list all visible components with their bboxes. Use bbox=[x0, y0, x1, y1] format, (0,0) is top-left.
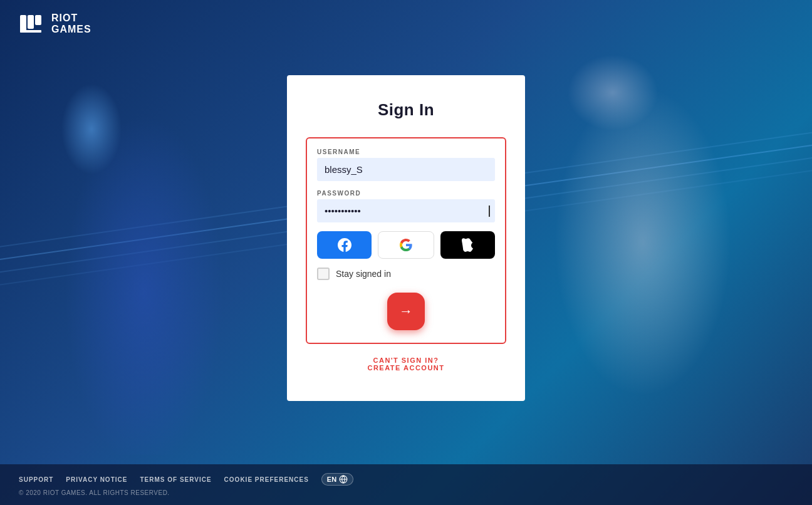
social-buttons bbox=[317, 231, 495, 259]
username-input[interactable] bbox=[317, 158, 495, 181]
riot-fist-icon bbox=[19, 13, 45, 35]
lang-label: EN bbox=[327, 476, 336, 483]
logo-text: RIOT GAMES bbox=[51, 13, 91, 34]
svg-rect-3 bbox=[20, 30, 41, 33]
language-button[interactable]: EN bbox=[321, 473, 353, 486]
password-input[interactable] bbox=[317, 199, 495, 222]
google-signin-button[interactable] bbox=[378, 231, 434, 259]
text-cursor bbox=[489, 206, 490, 217]
password-wrapper bbox=[317, 199, 495, 222]
privacy-link[interactable]: PRIVACY NOTICE bbox=[66, 476, 127, 483]
create-account-link[interactable]: CREATE ACCOUNT bbox=[367, 364, 444, 372]
logo: RIOT GAMES bbox=[19, 13, 91, 35]
svg-rect-2 bbox=[35, 15, 41, 25]
apple-signin-button[interactable] bbox=[440, 231, 495, 259]
globe-icon bbox=[339, 475, 348, 484]
password-group: PASSWORD bbox=[317, 190, 495, 222]
cookies-link[interactable]: COOKIE PREFERENCES bbox=[224, 476, 309, 483]
cant-sign-in-link[interactable]: CAN'T SIGN IN? bbox=[373, 357, 439, 364]
stay-signed-label: Stay signed in bbox=[336, 269, 391, 279]
copyright: © 2020 RIOT GAMES. ALL RIGHTS RESERVED. bbox=[19, 489, 793, 496]
signin-card: Sign In USERNAME PASSWORD bbox=[287, 75, 525, 401]
username-group: USERNAME bbox=[317, 148, 495, 181]
facebook-icon bbox=[338, 238, 351, 252]
terms-link[interactable]: TERMS OF SERVICE bbox=[140, 476, 211, 483]
svg-rect-1 bbox=[28, 15, 34, 29]
svg-rect-0 bbox=[20, 15, 26, 33]
stay-signed-row: Stay signed in bbox=[317, 268, 495, 280]
submit-button[interactable]: → bbox=[387, 293, 425, 330]
password-label: PASSWORD bbox=[317, 190, 495, 197]
form-section: USERNAME PASSWORD bbox=[306, 137, 506, 344]
footer: SUPPORT PRIVACY NOTICE TERMS OF SERVICE … bbox=[0, 464, 812, 505]
stay-signed-checkbox[interactable] bbox=[317, 268, 330, 280]
page-title: Sign In bbox=[378, 100, 434, 120]
support-link[interactable]: SUPPORT bbox=[19, 476, 53, 483]
facebook-signin-button[interactable] bbox=[317, 231, 372, 259]
username-label: USERNAME bbox=[317, 148, 495, 155]
google-icon bbox=[399, 238, 413, 252]
footer-links: SUPPORT PRIVACY NOTICE TERMS OF SERVICE … bbox=[19, 473, 793, 486]
arrow-right-icon: → bbox=[399, 303, 413, 320]
apple-icon bbox=[461, 238, 474, 252]
